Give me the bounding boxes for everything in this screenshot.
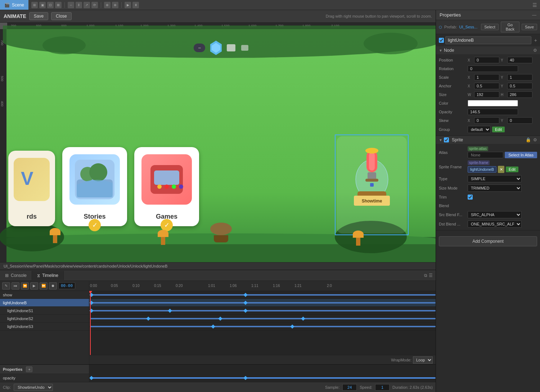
section-node-gear-icon[interactable]: ⚙ — [533, 48, 537, 53]
toolbar-btn-4[interactable]: ⊠ — [55, 2, 62, 8]
node-add-icon[interactable]: + — [534, 37, 537, 43]
tab-ctrl-copy[interactable]: ⧉ — [424, 273, 427, 278]
rotation-input[interactable]: 0 — [468, 65, 518, 72]
skew-x-input[interactable]: 0 — [474, 117, 499, 124]
kf-s3-end — [290, 324, 294, 328]
tl-edit-btn[interactable]: ✎ — [2, 282, 10, 290]
section-sprite-header[interactable]: ▼ Sprite 🔒 ⚙ — [436, 136, 540, 144]
right-panel: Properties — ⬡ Prefab: UI_Sess... Select… — [436, 10, 540, 392]
animate-close-button[interactable]: Close — [51, 12, 72, 20]
dst-blend-select[interactable]: ONE_MINUS_SRC_ALPH... — [468, 220, 522, 228]
trim-value — [468, 195, 537, 200]
right-panel-minimize-icon[interactable]: — — [532, 13, 536, 18]
position-x-input[interactable]: 0 — [474, 57, 499, 63]
opacity-prop-label: Opacity — [439, 110, 468, 114]
props-add-button[interactable]: + — [26, 366, 32, 372]
toolbar-btn-1[interactable]: ⊞ — [31, 2, 38, 8]
atlas-inner: sprite-atlas None Select In Atlas — [468, 146, 537, 158]
opacity-input[interactable]: 146.5 — [468, 109, 518, 115]
size-w-input[interactable]: 192 — [474, 91, 499, 98]
prefab-select-button[interactable]: Select — [481, 24, 499, 30]
tl-row-lightUndoneB[interactable]: lightUndoneB — [0, 299, 89, 307]
clip-bar: Clip: ShowtimeUndo Sample: Speed: Durati… — [0, 382, 436, 392]
section-sprite-body: Atlas sprite-atlas None Select In Atlas — [436, 144, 540, 230]
toolbar-btn-11[interactable]: ▶ — [125, 2, 131, 8]
trim-checkbox[interactable] — [468, 195, 473, 200]
sprite-gear-icon[interactable]: ⚙ — [533, 137, 537, 142]
group-edit-button[interactable]: Edit — [492, 127, 505, 132]
tl-play-btn[interactable]: ▶ — [30, 282, 38, 290]
size-h-input[interactable]: 286 — [507, 91, 532, 98]
src-blend-select[interactable]: SRC_ALPHA — [468, 211, 522, 218]
animate-save-button[interactable]: Save — [29, 12, 48, 20]
prop-anchor: Anchor X 0.5 Y 0.5 — [436, 82, 540, 90]
toolbar-btn-12[interactable]: ⏸ — [132, 2, 139, 8]
wrapmode-select[interactable]: Loop — [413, 356, 433, 364]
svg-text:Showtime: Showtime — [361, 199, 382, 204]
tl-row-lightUndoneS1[interactable]: lightUndoneS1 — [0, 307, 89, 315]
type-select[interactable]: SIMPLE — [468, 175, 522, 182]
tree-stump — [210, 223, 232, 241]
sprite-frame-clear-button[interactable]: ✕ — [498, 166, 504, 173]
position-y-input[interactable]: 40 — [507, 57, 532, 63]
toolbar-btn-2[interactable]: ▣ — [39, 2, 46, 8]
anchor-y-input[interactable]: 0.5 — [507, 83, 532, 89]
tl-row-show[interactable]: show — [0, 291, 89, 299]
tl-row-lightUndoneS2[interactable]: lightUndoneS2 — [0, 315, 89, 323]
atlas-none-field[interactable]: None — [468, 152, 503, 158]
tl-row-lightUndoneS3[interactable]: lightUndoneS3 — [0, 323, 89, 331]
prefab-goback-button[interactable]: Go Back — [501, 22, 519, 32]
tl-next-btn[interactable]: ⏩ — [40, 282, 48, 290]
clip-select[interactable]: ShowtimeUndo — [14, 384, 53, 391]
sprite-lock-icon[interactable]: 🔒 — [526, 137, 531, 142]
color-swatch[interactable] — [468, 100, 518, 106]
sprite-enabled-checkbox[interactable] — [444, 137, 449, 142]
scale-x-input[interactable]: 1 — [474, 74, 499, 81]
card-stories-icon — [69, 154, 120, 205]
breadcrumb: UI_SessionView/Panel/Mask/scrollview/vie… — [0, 262, 436, 270]
opacity-bar — [90, 377, 436, 379]
toolbar-btn-8[interactable]: ⟳ — [91, 2, 98, 8]
skew-y-input[interactable]: 0 — [507, 117, 532, 124]
scene-tab[interactable]: 🎬 Scene — [0, 0, 28, 10]
node-visible-checkbox[interactable] — [439, 38, 444, 43]
group-select[interactable]: default — [468, 126, 491, 133]
toolbar-btn-9[interactable]: ⊕ — [104, 2, 111, 8]
anchor-x-input[interactable]: 0.5 — [474, 83, 499, 89]
prop-skew: Skew X 0 Y 0 — [436, 116, 540, 125]
tab-ctrl-menu[interactable]: ☰ — [429, 273, 433, 278]
atlas-tag: sprite-atlas — [468, 146, 488, 151]
tab-console[interactable]: ⊞ Console — [0, 271, 32, 280]
sample-input[interactable] — [342, 384, 357, 391]
src-blend-label: Src Blend F... — [439, 213, 468, 217]
sprite-frame-edit-button[interactable]: Edit — [506, 167, 518, 172]
tl-record-btn[interactable]: ⏺ — [49, 282, 57, 290]
toolbar-btn-10[interactable]: ⊗ — [112, 2, 118, 8]
coin-icon-2 — [241, 45, 248, 51]
anchor-y-label: Y — [501, 84, 506, 88]
scene-panel: ANIMATE Save Close Drag with right mouse… — [0, 10, 436, 392]
prefab-save-button[interactable]: Save — [522, 24, 537, 30]
tab-timeline[interactable]: ⧖ Timeline — [32, 271, 64, 280]
sprite-frame-field[interactable]: lightUndoneB — [468, 166, 496, 173]
toolbar-btn-5[interactable]: ↔ — [68, 2, 74, 8]
speed-input[interactable] — [375, 384, 390, 391]
toolbar-btn-3[interactable]: ⊡ — [47, 2, 54, 8]
toolbar-btn-7[interactable]: ↗ — [84, 2, 90, 8]
tl-skip-start-btn[interactable]: ⏮ — [12, 282, 19, 290]
size-mode-select[interactable]: TRIMMED — [468, 184, 522, 192]
toolbar-btn-6[interactable]: ⇕ — [76, 2, 82, 8]
viewport[interactable]: 700 800 900 1,000 1,100 1,200 1,300 1,40… — [0, 23, 436, 262]
position-x-label: X — [468, 58, 473, 62]
sprite-frame-tag: sprite-frame — [468, 160, 490, 165]
dst-blend-value: ONE_MINUS_SRC_ALPH... — [468, 220, 537, 228]
tl-prev-btn[interactable]: ⏪ — [21, 282, 29, 290]
scale-y-input[interactable]: 1 — [507, 74, 532, 81]
node-name-input[interactable]: lightUndoneB — [445, 36, 531, 44]
position-y-label: Y — [501, 58, 506, 62]
add-component-button[interactable]: Add Component — [439, 236, 537, 246]
bg-cloud-2 — [42, 36, 86, 54]
hamburger-icon[interactable]: ☰ — [530, 2, 540, 8]
section-node-header[interactable]: ▼ Node ⚙ — [436, 46, 540, 54]
select-in-atlas-button[interactable]: Select In Atlas — [505, 152, 537, 158]
